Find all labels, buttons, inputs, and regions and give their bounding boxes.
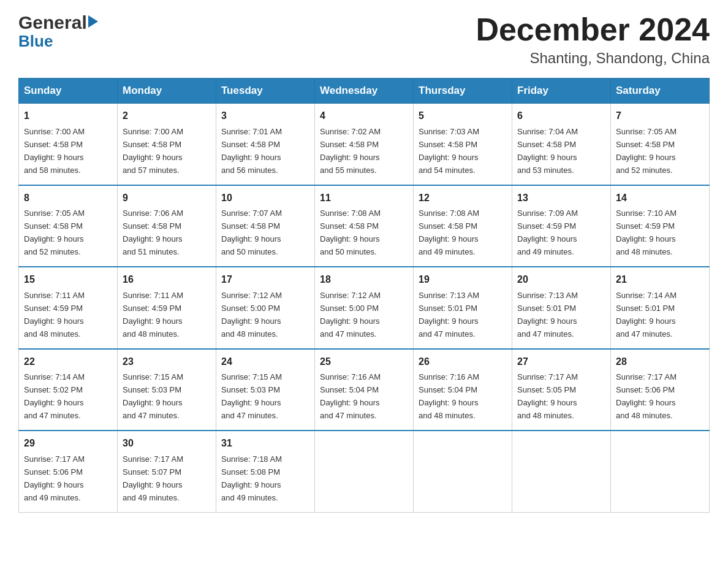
day-number: 24 — [221, 354, 309, 370]
day-info: Sunrise: 7:16 AMSunset: 5:04 PMDaylight:… — [320, 372, 381, 420]
logo-general: General — [18, 12, 87, 33]
day-number: 2 — [123, 109, 211, 124]
day-info: Sunrise: 7:14 AMSunset: 5:01 PMDaylight:… — [616, 291, 677, 339]
calendar-week-row: 29 Sunrise: 7:17 AMSunset: 5:06 PMDaylig… — [19, 431, 710, 512]
col-sunday: Sunday — [19, 79, 118, 104]
day-info: Sunrise: 7:13 AMSunset: 5:01 PMDaylight:… — [517, 291, 578, 339]
day-number: 30 — [123, 436, 211, 451]
table-row: 13 Sunrise: 7:09 AMSunset: 4:59 PMDaylig… — [512, 185, 611, 267]
day-number: 23 — [123, 354, 211, 370]
day-info: Sunrise: 7:17 AMSunset: 5:05 PMDaylight:… — [517, 372, 578, 420]
table-row: 8 Sunrise: 7:05 AMSunset: 4:58 PMDayligh… — [19, 185, 118, 267]
col-tuesday: Tuesday — [216, 79, 315, 104]
day-number: 7 — [616, 109, 704, 124]
day-info: Sunrise: 7:08 AMSunset: 4:58 PMDaylight:… — [419, 209, 479, 256]
day-info: Sunrise: 7:05 AMSunset: 4:58 PMDaylight:… — [616, 127, 677, 175]
table-row: 1 Sunrise: 7:00 AMSunset: 4:58 PMDayligh… — [19, 104, 118, 185]
table-row: 14 Sunrise: 7:10 AMSunset: 4:59 PMDaylig… — [611, 185, 710, 267]
col-friday: Friday — [512, 79, 611, 104]
day-number: 25 — [320, 354, 408, 370]
day-info: Sunrise: 7:17 AMSunset: 5:07 PMDaylight:… — [123, 454, 183, 502]
day-info: Sunrise: 7:15 AMSunset: 5:03 PMDaylight:… — [221, 372, 282, 420]
calendar-week-row: 8 Sunrise: 7:05 AMSunset: 4:58 PMDayligh… — [19, 185, 710, 267]
table-row: 24 Sunrise: 7:15 AMSunset: 5:03 PMDaylig… — [216, 349, 315, 431]
page-header: General Blue December 2024 Shanting, Sha… — [18, 12, 710, 67]
calendar-week-row: 22 Sunrise: 7:14 AMSunset: 5:02 PMDaylig… — [19, 349, 710, 431]
col-saturday: Saturday — [611, 79, 710, 104]
day-number: 29 — [24, 436, 112, 451]
day-info: Sunrise: 7:04 AMSunset: 4:58 PMDaylight:… — [517, 127, 578, 175]
day-number: 28 — [616, 354, 704, 370]
day-number: 20 — [517, 272, 605, 288]
title-block: December 2024 Shanting, Shandong, China — [476, 12, 710, 67]
table-row — [414, 431, 512, 512]
day-info: Sunrise: 7:07 AMSunset: 4:58 PMDaylight:… — [221, 209, 282, 256]
day-info: Sunrise: 7:12 AMSunset: 5:00 PMDaylight:… — [320, 291, 381, 339]
table-row: 20 Sunrise: 7:13 AMSunset: 5:01 PMDaylig… — [512, 267, 611, 348]
table-row: 17 Sunrise: 7:12 AMSunset: 5:00 PMDaylig… — [216, 267, 315, 348]
day-number: 5 — [419, 109, 507, 124]
table-row: 6 Sunrise: 7:04 AMSunset: 4:58 PMDayligh… — [512, 104, 611, 185]
table-row: 26 Sunrise: 7:16 AMSunset: 5:04 PMDaylig… — [414, 349, 512, 431]
day-info: Sunrise: 7:17 AMSunset: 5:06 PMDaylight:… — [616, 372, 677, 420]
day-info: Sunrise: 7:00 AMSunset: 4:58 PMDaylight:… — [123, 127, 183, 175]
calendar-table: Sunday Monday Tuesday Wednesday Thursday… — [18, 78, 710, 512]
day-info: Sunrise: 7:05 AMSunset: 4:58 PMDaylight:… — [24, 209, 85, 256]
logo: General Blue — [18, 12, 98, 51]
table-row — [512, 431, 611, 512]
day-number: 11 — [320, 191, 408, 206]
day-number: 17 — [221, 272, 309, 288]
day-info: Sunrise: 7:08 AMSunset: 4:58 PMDaylight:… — [320, 209, 381, 256]
table-row: 9 Sunrise: 7:06 AMSunset: 4:58 PMDayligh… — [118, 185, 216, 267]
table-row: 7 Sunrise: 7:05 AMSunset: 4:58 PMDayligh… — [611, 104, 710, 185]
table-row: 22 Sunrise: 7:14 AMSunset: 5:02 PMDaylig… — [19, 349, 118, 431]
day-info: Sunrise: 7:11 AMSunset: 4:59 PMDaylight:… — [123, 291, 183, 339]
day-info: Sunrise: 7:16 AMSunset: 5:04 PMDaylight:… — [419, 372, 479, 420]
logo-blue: Blue — [18, 32, 53, 51]
month-year-title: December 2024 — [476, 12, 710, 47]
col-monday: Monday — [118, 79, 216, 104]
table-row: 21 Sunrise: 7:14 AMSunset: 5:01 PMDaylig… — [611, 267, 710, 348]
day-info: Sunrise: 7:01 AMSunset: 4:58 PMDaylight:… — [221, 127, 282, 175]
day-info: Sunrise: 7:09 AMSunset: 4:59 PMDaylight:… — [517, 209, 578, 256]
day-number: 26 — [419, 354, 507, 370]
day-info: Sunrise: 7:14 AMSunset: 5:02 PMDaylight:… — [24, 372, 85, 420]
day-number: 8 — [24, 191, 112, 206]
table-row: 27 Sunrise: 7:17 AMSunset: 5:05 PMDaylig… — [512, 349, 611, 431]
day-info: Sunrise: 7:17 AMSunset: 5:06 PMDaylight:… — [24, 454, 85, 502]
day-number: 12 — [419, 191, 507, 206]
day-info: Sunrise: 7:02 AMSunset: 4:58 PMDaylight:… — [320, 127, 381, 175]
day-number: 1 — [24, 109, 112, 124]
day-info: Sunrise: 7:11 AMSunset: 4:59 PMDaylight:… — [24, 291, 85, 339]
day-number: 18 — [320, 272, 408, 288]
table-row: 4 Sunrise: 7:02 AMSunset: 4:58 PMDayligh… — [315, 104, 414, 185]
table-row: 31 Sunrise: 7:18 AMSunset: 5:08 PMDaylig… — [216, 431, 315, 512]
day-info: Sunrise: 7:13 AMSunset: 5:01 PMDaylight:… — [419, 291, 479, 339]
day-number: 3 — [221, 109, 309, 124]
table-row: 12 Sunrise: 7:08 AMSunset: 4:58 PMDaylig… — [414, 185, 512, 267]
day-info: Sunrise: 7:10 AMSunset: 4:59 PMDaylight:… — [616, 209, 677, 256]
table-row: 10 Sunrise: 7:07 AMSunset: 4:58 PMDaylig… — [216, 185, 315, 267]
table-row — [611, 431, 710, 512]
col-thursday: Thursday — [414, 79, 512, 104]
day-info: Sunrise: 7:00 AMSunset: 4:58 PMDaylight:… — [24, 127, 85, 175]
calendar-week-row: 1 Sunrise: 7:00 AMSunset: 4:58 PMDayligh… — [19, 104, 710, 185]
table-row: 29 Sunrise: 7:17 AMSunset: 5:06 PMDaylig… — [19, 431, 118, 512]
day-number: 22 — [24, 354, 112, 370]
table-row: 11 Sunrise: 7:08 AMSunset: 4:58 PMDaylig… — [315, 185, 414, 267]
day-info: Sunrise: 7:15 AMSunset: 5:03 PMDaylight:… — [123, 372, 183, 420]
day-number: 19 — [419, 272, 507, 288]
day-number: 13 — [517, 191, 605, 206]
table-row: 30 Sunrise: 7:17 AMSunset: 5:07 PMDaylig… — [118, 431, 216, 512]
day-info: Sunrise: 7:18 AMSunset: 5:08 PMDaylight:… — [221, 454, 282, 502]
day-number: 10 — [221, 191, 309, 206]
table-row: 3 Sunrise: 7:01 AMSunset: 4:58 PMDayligh… — [216, 104, 315, 185]
table-row — [315, 431, 414, 512]
logo-arrow-icon — [88, 15, 98, 28]
day-info: Sunrise: 7:06 AMSunset: 4:58 PMDaylight:… — [123, 209, 183, 256]
table-row: 25 Sunrise: 7:16 AMSunset: 5:04 PMDaylig… — [315, 349, 414, 431]
location-subtitle: Shanting, Shandong, China — [476, 50, 710, 67]
table-row: 28 Sunrise: 7:17 AMSunset: 5:06 PMDaylig… — [611, 349, 710, 431]
day-number: 31 — [221, 436, 309, 451]
table-row: 19 Sunrise: 7:13 AMSunset: 5:01 PMDaylig… — [414, 267, 512, 348]
